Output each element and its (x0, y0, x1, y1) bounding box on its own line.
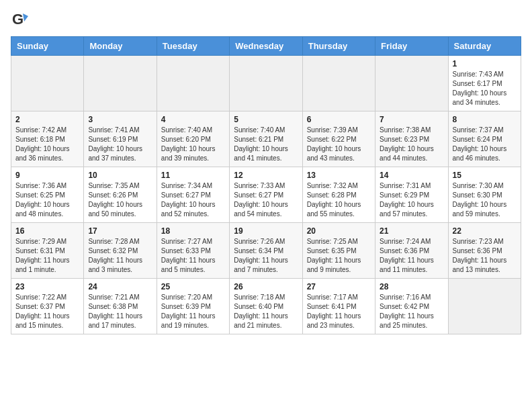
day-info: Sunrise: 7:40 AM Sunset: 6:20 PM Dayligh… (161, 126, 225, 163)
calendar-cell: 4Sunrise: 7:40 AM Sunset: 6:20 PM Daylig… (157, 111, 229, 167)
calendar-cell: 10Sunrise: 7:35 AM Sunset: 6:26 PM Dayli… (84, 167, 157, 223)
day-number: 27 (307, 282, 371, 291)
day-number: 7 (380, 115, 443, 124)
calendar-cell: 23Sunrise: 7:22 AM Sunset: 6:37 PM Dayli… (11, 279, 84, 334)
day-number: 4 (161, 115, 225, 124)
day-info: Sunrise: 7:29 AM Sunset: 6:31 PM Dayligh… (15, 237, 79, 275)
calendar-cell: 19Sunrise: 7:26 AM Sunset: 6:34 PM Dayli… (230, 223, 302, 279)
day-number: 26 (234, 282, 298, 291)
calendar-cell: 28Sunrise: 7:16 AM Sunset: 6:42 PM Dayli… (375, 279, 448, 334)
day-info: Sunrise: 7:40 AM Sunset: 6:21 PM Dayligh… (234, 126, 298, 163)
day-info: Sunrise: 7:33 AM Sunset: 6:27 PM Dayligh… (234, 181, 298, 219)
day-number: 25 (161, 282, 225, 291)
day-info: Sunrise: 7:39 AM Sunset: 6:22 PM Dayligh… (307, 126, 371, 163)
calendar-cell: 15Sunrise: 7:30 AM Sunset: 6:30 PM Dayli… (448, 167, 521, 223)
day-info: Sunrise: 7:38 AM Sunset: 6:23 PM Dayligh… (380, 126, 443, 163)
day-info: Sunrise: 7:17 AM Sunset: 6:41 PM Dayligh… (307, 293, 371, 330)
calendar-cell: 13Sunrise: 7:32 AM Sunset: 6:28 PM Dayli… (302, 167, 375, 223)
logo-icon: G (11, 11, 30, 30)
day-info: Sunrise: 7:36 AM Sunset: 6:25 PM Dayligh… (15, 181, 79, 219)
calendar-week-2: 2Sunrise: 7:42 AM Sunset: 6:18 PM Daylig… (11, 111, 521, 167)
calendar-cell: 20Sunrise: 7:25 AM Sunset: 6:35 PM Dayli… (302, 223, 375, 279)
day-number: 2 (15, 115, 79, 124)
day-info: Sunrise: 7:20 AM Sunset: 6:39 PM Dayligh… (161, 293, 225, 330)
col-header-sunday: Sunday (11, 37, 84, 56)
calendar-cell: 26Sunrise: 7:18 AM Sunset: 6:40 PM Dayli… (230, 279, 302, 334)
day-number: 19 (234, 226, 298, 236)
day-info: Sunrise: 7:30 AM Sunset: 6:30 PM Dayligh… (453, 181, 517, 219)
calendar-cell: 16Sunrise: 7:29 AM Sunset: 6:31 PM Dayli… (11, 223, 84, 279)
day-info: Sunrise: 7:26 AM Sunset: 6:34 PM Dayligh… (234, 237, 298, 275)
calendar-cell: 12Sunrise: 7:33 AM Sunset: 6:27 PM Dayli… (230, 167, 302, 223)
calendar-cell: 5Sunrise: 7:40 AM Sunset: 6:21 PM Daylig… (230, 111, 302, 167)
calendar-cell: 14Sunrise: 7:31 AM Sunset: 6:29 PM Dayli… (375, 167, 448, 223)
calendar-cell: 18Sunrise: 7:27 AM Sunset: 6:33 PM Dayli… (157, 223, 229, 279)
day-number: 13 (307, 171, 371, 180)
calendar-table: SundayMondayTuesdayWednesdayThursdayFrid… (11, 36, 521, 334)
calendar-header-row: SundayMondayTuesdayWednesdayThursdayFrid… (11, 37, 521, 56)
day-number: 23 (15, 282, 79, 291)
day-number: 20 (307, 226, 371, 236)
day-number: 9 (15, 171, 79, 180)
day-number: 16 (15, 226, 79, 236)
calendar-cell: 1Sunrise: 7:43 AM Sunset: 6:17 PM Daylig… (448, 56, 521, 111)
calendar-cell (375, 56, 448, 111)
col-header-monday: Monday (84, 37, 157, 56)
day-info: Sunrise: 7:18 AM Sunset: 6:40 PM Dayligh… (234, 293, 298, 330)
col-header-friday: Friday (375, 37, 448, 56)
calendar-cell: 22Sunrise: 7:23 AM Sunset: 6:36 PM Dayli… (448, 223, 521, 279)
day-number: 1 (453, 59, 517, 68)
calendar-cell (84, 56, 157, 111)
day-info: Sunrise: 7:31 AM Sunset: 6:29 PM Dayligh… (380, 181, 443, 219)
day-info: Sunrise: 7:27 AM Sunset: 6:33 PM Dayligh… (161, 237, 225, 275)
calendar-cell: 3Sunrise: 7:41 AM Sunset: 6:19 PM Daylig… (84, 111, 157, 167)
calendar-cell: 6Sunrise: 7:39 AM Sunset: 6:22 PM Daylig… (302, 111, 375, 167)
logo: G (11, 11, 31, 30)
calendar-cell (448, 279, 521, 334)
calendar-week-4: 16Sunrise: 7:29 AM Sunset: 6:31 PM Dayli… (11, 223, 521, 279)
col-header-thursday: Thursday (302, 37, 375, 56)
svg-marker-1 (23, 13, 28, 21)
day-info: Sunrise: 7:42 AM Sunset: 6:18 PM Dayligh… (15, 126, 79, 163)
calendar-cell: 2Sunrise: 7:42 AM Sunset: 6:18 PM Daylig… (11, 111, 84, 167)
day-info: Sunrise: 7:22 AM Sunset: 6:37 PM Dayligh… (15, 293, 79, 330)
day-info: Sunrise: 7:16 AM Sunset: 6:42 PM Dayligh… (380, 293, 443, 330)
day-info: Sunrise: 7:32 AM Sunset: 6:28 PM Dayligh… (307, 181, 371, 219)
day-number: 15 (453, 171, 517, 180)
calendar-cell (230, 56, 302, 111)
calendar-cell: 7Sunrise: 7:38 AM Sunset: 6:23 PM Daylig… (375, 111, 448, 167)
day-info: Sunrise: 7:24 AM Sunset: 6:36 PM Dayligh… (380, 237, 443, 275)
day-number: 3 (88, 115, 152, 124)
day-info: Sunrise: 7:37 AM Sunset: 6:24 PM Dayligh… (453, 126, 517, 163)
day-info: Sunrise: 7:25 AM Sunset: 6:35 PM Dayligh… (307, 237, 371, 275)
calendar-cell: 8Sunrise: 7:37 AM Sunset: 6:24 PM Daylig… (448, 111, 521, 167)
calendar-cell: 24Sunrise: 7:21 AM Sunset: 6:38 PM Dayli… (84, 279, 157, 334)
calendar-cell: 17Sunrise: 7:28 AM Sunset: 6:32 PM Dayli… (84, 223, 157, 279)
calendar-week-1: 1Sunrise: 7:43 AM Sunset: 6:17 PM Daylig… (11, 56, 521, 111)
day-number: 10 (88, 171, 152, 180)
calendar-cell: 9Sunrise: 7:36 AM Sunset: 6:25 PM Daylig… (11, 167, 84, 223)
day-info: Sunrise: 7:43 AM Sunset: 6:17 PM Dayligh… (453, 70, 517, 107)
calendar-cell (11, 56, 84, 111)
day-info: Sunrise: 7:35 AM Sunset: 6:26 PM Dayligh… (88, 181, 152, 219)
svg-text:G: G (12, 11, 24, 28)
calendar-week-5: 23Sunrise: 7:22 AM Sunset: 6:37 PM Dayli… (11, 279, 521, 334)
day-info: Sunrise: 7:41 AM Sunset: 6:19 PM Dayligh… (88, 126, 152, 163)
day-number: 21 (380, 226, 443, 236)
day-number: 14 (380, 171, 443, 180)
day-number: 5 (234, 115, 298, 124)
day-info: Sunrise: 7:34 AM Sunset: 6:27 PM Dayligh… (161, 181, 225, 219)
day-number: 11 (161, 171, 225, 180)
calendar-cell: 27Sunrise: 7:17 AM Sunset: 6:41 PM Dayli… (302, 279, 375, 334)
day-info: Sunrise: 7:23 AM Sunset: 6:36 PM Dayligh… (453, 237, 517, 275)
day-number: 6 (307, 115, 371, 124)
col-header-saturday: Saturday (448, 37, 521, 56)
day-number: 8 (453, 115, 517, 124)
calendar-cell (302, 56, 375, 111)
day-number: 12 (234, 171, 298, 180)
calendar-cell: 25Sunrise: 7:20 AM Sunset: 6:39 PM Dayli… (157, 279, 229, 334)
col-header-tuesday: Tuesday (157, 37, 229, 56)
day-number: 17 (88, 226, 152, 236)
calendar-cell: 21Sunrise: 7:24 AM Sunset: 6:36 PM Dayli… (375, 223, 448, 279)
col-header-wednesday: Wednesday (230, 37, 302, 56)
